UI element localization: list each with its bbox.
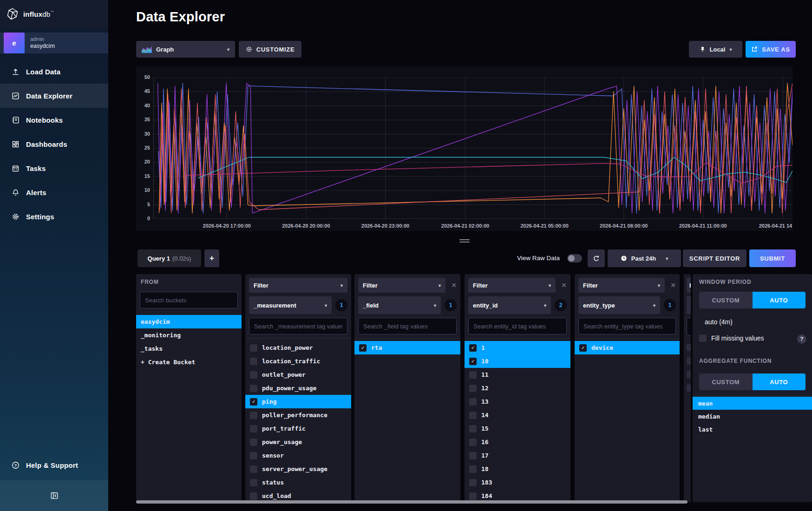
checkbox[interactable]: [469, 452, 477, 459]
tag-value-row-location_power[interactable]: location_power: [245, 341, 351, 354]
checkbox[interactable]: [469, 425, 477, 432]
filter-function-dropdown[interactable]: Filter▾: [578, 278, 665, 293]
checkbox[interactable]: [687, 357, 691, 365]
tag-key-dropdown[interactable]: entity_id▾: [468, 296, 551, 314]
filter-function-dropdown[interactable]: Filter: [687, 278, 691, 293]
filter-function-dropdown[interactable]: Filter▾: [468, 278, 556, 293]
sidebar-item-settings[interactable]: Settings: [0, 204, 108, 229]
time-range-dropdown[interactable]: Past 24h ▾: [608, 249, 681, 267]
checkbox-checked[interactable]: ✓: [469, 358, 477, 365]
checkbox-checked[interactable]: ✓: [579, 344, 587, 352]
save-as-button[interactable]: SAVE AS: [746, 41, 796, 58]
checkbox[interactable]: [250, 385, 257, 392]
refresh-button[interactable]: [588, 249, 605, 267]
tag-value-row-10[interactable]: ✓10: [465, 354, 570, 368]
fill-missing-values-checkbox[interactable]: [699, 334, 707, 342]
checkbox[interactable]: [250, 425, 257, 432]
close-icon[interactable]: ✕: [561, 282, 567, 289]
sidebar-item-dashboards[interactable]: Dashboards: [0, 132, 108, 156]
tag-value-row-183[interactable]: 183: [465, 476, 570, 489]
sidebar-collapse-button[interactable]: [0, 480, 108, 511]
aggregate-function-mean[interactable]: mean: [693, 397, 812, 410]
sidebar-item-notebooks[interactable]: Notebooks: [0, 108, 108, 132]
tag-value-row-12[interactable]: 12: [465, 381, 570, 395]
resize-handle[interactable]: [459, 239, 470, 244]
checkbox[interactable]: [250, 465, 257, 473]
bucket-search-input[interactable]: [140, 292, 238, 308]
tab-custom[interactable]: CUSTOM: [699, 373, 753, 390]
sidebar-item-alerts[interactable]: Alerts: [0, 180, 108, 204]
tag-value-row-13[interactable]: 13: [465, 395, 570, 408]
bucket-item--Create-Bucket[interactable]: + Create Bucket: [136, 355, 242, 369]
close-icon[interactable]: ✕: [451, 282, 457, 289]
tag-key-dropdown[interactable]: [687, 296, 691, 314]
checkbox[interactable]: [469, 412, 477, 419]
tag-value-row-status[interactable]: status: [245, 476, 351, 489]
tag-value-search-input[interactable]: [468, 318, 567, 334]
tag-value-search-input[interactable]: [578, 318, 676, 334]
help-question-icon[interactable]: ?: [797, 334, 806, 344]
checkbox-checked[interactable]: ✓: [469, 344, 477, 352]
checkbox[interactable]: [469, 385, 477, 392]
tag-value-row-ping[interactable]: ✓ping: [245, 395, 351, 408]
tag-value-row-location_traffic[interactable]: location_traffic: [245, 354, 351, 368]
filter-function-dropdown[interactable]: Filter▾: [249, 278, 347, 293]
checkbox[interactable]: [469, 465, 477, 473]
tag-value-row-outlet_power[interactable]: outlet_power: [245, 368, 351, 381]
sidebar-item-data-explorer[interactable]: Data Explorer: [0, 84, 108, 108]
bucket-item-_monitoring[interactable]: _monitoring: [136, 328, 242, 342]
bucket-item-easydcim[interactable]: easydcim: [136, 315, 242, 328]
checkbox[interactable]: [469, 398, 477, 406]
sidebar-item-load-data[interactable]: Load Data: [0, 59, 108, 84]
tag-value-row-16[interactable]: 16: [465, 435, 570, 449]
sidebar-item-tasks[interactable]: Tasks: [0, 156, 108, 180]
script-editor-button[interactable]: SCRIPT EDITOR: [683, 249, 747, 267]
tab-auto[interactable]: AUTO: [753, 292, 806, 308]
checkbox[interactable]: [250, 412, 257, 419]
checkbox[interactable]: [250, 358, 257, 365]
tag-value-row-11[interactable]: 11: [465, 368, 570, 381]
tab-auto[interactable]: AUTO: [753, 373, 806, 390]
checkbox[interactable]: [469, 479, 477, 486]
aggregate-function-last[interactable]: last: [693, 423, 812, 436]
local-dropdown[interactable]: Local ▾: [689, 41, 742, 58]
checkbox[interactable]: [250, 344, 257, 352]
chart-plot[interactable]: [153, 78, 792, 219]
tag-value-row-14[interactable]: 14: [465, 408, 570, 422]
customize-button[interactable]: CUSTOMIZE: [239, 41, 301, 58]
tag-value-row-server_power_usage[interactable]: server_power_usage: [245, 462, 351, 476]
tag-value-row-pdu_power_usage[interactable]: pdu_power_usage: [245, 381, 351, 395]
tag-value-row-17[interactable]: 17: [465, 449, 570, 462]
checkbox[interactable]: [250, 492, 257, 500]
checkbox[interactable]: [250, 439, 257, 446]
checkbox[interactable]: [250, 479, 257, 486]
tag-value-row-rta[interactable]: ✓rta: [354, 341, 460, 354]
checkbox-checked[interactable]: ✓: [250, 398, 257, 406]
tag-value-row-device[interactable]: ✓device: [575, 341, 680, 354]
checkbox[interactable]: [687, 344, 691, 351]
user-card[interactable]: e admin easydcim: [0, 33, 108, 53]
view-raw-data-toggle[interactable]: [567, 254, 582, 262]
aggregate-function-median[interactable]: median: [693, 410, 812, 423]
query-tab[interactable]: Query 1 (0.02s): [138, 249, 201, 267]
checkbox[interactable]: [687, 384, 691, 392]
checkbox[interactable]: [469, 492, 477, 500]
tag-value-row-port_traffic[interactable]: port_traffic: [245, 422, 351, 435]
add-query-button[interactable]: +: [204, 249, 219, 267]
horizontal-scrollbar[interactable]: [136, 500, 688, 504]
checkbox[interactable]: [687, 371, 691, 378]
sidebar-item-help-support[interactable]: ? Help & Support: [0, 454, 108, 476]
submit-button[interactable]: SUBMIT: [749, 249, 796, 267]
tag-value-row-poller_performance[interactable]: poller_performance: [245, 408, 351, 422]
filter-function-dropdown[interactable]: Filter▾: [358, 278, 445, 293]
tag-value-search-input[interactable]: [358, 318, 457, 334]
tag-value-search-input[interactable]: [687, 318, 691, 335]
tag-value-row-15[interactable]: 15: [465, 422, 570, 435]
tag-value-row-power_usage[interactable]: power_usage: [245, 435, 351, 449]
tab-custom[interactable]: CUSTOM: [699, 292, 753, 308]
close-icon[interactable]: ✕: [670, 282, 676, 289]
visualization-type-dropdown[interactable]: Graph ▾: [136, 41, 235, 58]
checkbox-checked[interactable]: ✓: [359, 344, 367, 352]
checkbox[interactable]: [250, 452, 257, 459]
tag-value-row-1[interactable]: ✓1: [465, 341, 570, 354]
